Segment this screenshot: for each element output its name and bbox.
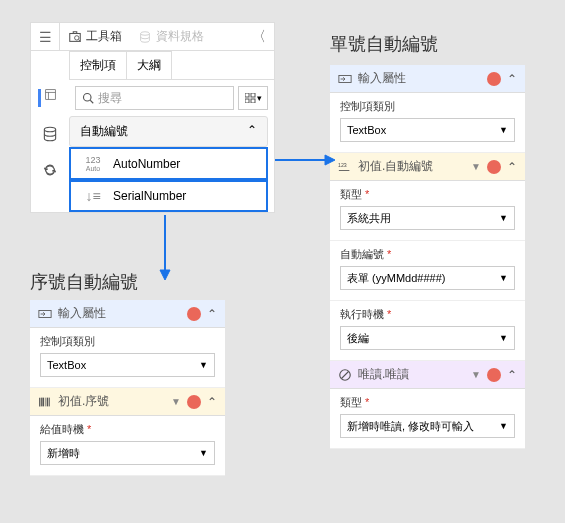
chevron-down-icon: ▾ <box>257 93 262 103</box>
arrow-to-serial <box>155 215 175 280</box>
refresh-icon[interactable] <box>41 161 59 179</box>
data-spec-tab[interactable]: 資料規格 <box>130 23 212 50</box>
section-input-serial[interactable]: 輸入屬性 ⌃ <box>30 300 225 328</box>
group-label: 自動編號 <box>80 123 128 140</box>
chevron-down-icon[interactable]: ▼ <box>471 161 481 172</box>
remove-icon[interactable] <box>487 160 501 174</box>
heading-auto: 單號自動編號 <box>330 32 438 56</box>
input-icon <box>338 72 352 86</box>
tab-control[interactable]: 控制項 <box>69 51 127 79</box>
toolbox-header: ☰ 工具箱 資料規格 〈 <box>31 23 274 51</box>
layout-icon[interactable] <box>38 89 56 107</box>
item-autonumber-label: AutoNumber <box>113 157 180 171</box>
toolbox-panel: ☰ 工具箱 資料規格 〈 控制項 大綱 搜尋 ▾ 自動編號 ⌃ <box>30 22 275 213</box>
chevron-down-icon[interactable]: ▼ <box>171 396 181 407</box>
section-init-label: 初值.序號 <box>58 393 165 410</box>
svg-rect-10 <box>245 93 249 97</box>
select-exec[interactable]: 後編▼ <box>340 326 515 350</box>
tabs: 控制項 大綱 <box>69 51 274 80</box>
autonum-init-icon: 123 <box>338 160 352 174</box>
section-readonly-label: 唯讀.唯讀 <box>358 366 465 383</box>
section-input-auto[interactable]: 輸入屬性 ⌃ <box>330 65 525 93</box>
heading-serial: 序號自動編號 <box>30 270 138 294</box>
serialnumber-icon: ↓≡ <box>79 188 107 204</box>
svg-point-3 <box>141 31 150 35</box>
label-autonum: 自動編號 * <box>340 247 515 262</box>
chevron-down-icon[interactable]: ▼ <box>471 369 481 380</box>
section-init-auto[interactable]: 123 初值.自動編號 ▼ ⌃ <box>330 153 525 181</box>
remove-icon[interactable] <box>487 368 501 382</box>
search-row: 搜尋 ▾ <box>69 80 274 116</box>
label-control-type: 控制項類別 <box>340 99 515 114</box>
chevron-up-icon[interactable]: ⌃ <box>507 160 517 174</box>
field-control-type: 控制項類別 TextBox▼ <box>30 328 225 388</box>
section-init-label: 初值.自動編號 <box>358 158 465 175</box>
search-icon <box>82 92 94 104</box>
section-readonly[interactable]: 唯讀.唯讀 ▼ ⌃ <box>330 361 525 389</box>
field-ro-type: 類型 * 新增時唯讀, 修改時可輸入▼ <box>330 389 525 449</box>
svg-rect-13 <box>251 99 255 103</box>
chevron-up-icon[interactable]: ⌃ <box>507 368 517 382</box>
select-timing[interactable]: 新增時▼ <box>40 441 215 465</box>
search-input[interactable]: 搜尋 <box>75 86 234 110</box>
autonumber-icon: 123 Auto <box>79 155 107 172</box>
field-timing: 給值時機 * 新增時▼ <box>30 416 225 476</box>
chevron-up-icon[interactable]: ⌃ <box>207 395 217 409</box>
field-autonum: 自動編號 * 表單 (yyMMdd####)▼ <box>330 241 525 301</box>
svg-text:123: 123 <box>338 162 347 168</box>
input-icon <box>38 307 52 321</box>
item-autonumber[interactable]: 123 Auto AutoNumber <box>69 147 268 180</box>
item-serialnumber-label: SerialNumber <box>113 189 186 203</box>
section-init-serial[interactable]: 初值.序號 ▼ ⌃ <box>30 388 225 416</box>
svg-line-25 <box>342 371 349 378</box>
remove-icon[interactable] <box>187 395 201 409</box>
svg-line-9 <box>90 100 93 103</box>
svg-point-7 <box>44 127 55 132</box>
menu-icon[interactable]: ☰ <box>31 29 59 45</box>
select-ro-type[interactable]: 新增時唯讀, 修改時可輸入▼ <box>340 414 515 438</box>
select-autonum[interactable]: 表單 (yyMMdd####)▼ <box>340 266 515 290</box>
data-spec-label: 資料規格 <box>156 28 204 45</box>
toolbox-icon <box>68 30 82 44</box>
readonly-icon <box>338 368 352 382</box>
database-side-icon[interactable] <box>41 125 59 143</box>
section-input-label: 輸入屬性 <box>58 305 181 322</box>
svg-rect-12 <box>245 99 249 103</box>
remove-icon[interactable] <box>187 307 201 321</box>
svg-rect-11 <box>251 93 255 97</box>
section-input-label: 輸入屬性 <box>358 70 481 87</box>
label-timing: 給值時機 * <box>40 422 215 437</box>
svg-marker-27 <box>325 155 335 165</box>
chevron-up-icon[interactable]: ⌃ <box>507 72 517 86</box>
field-type: 類型 * 系統共用▼ <box>330 181 525 241</box>
panel-serial: 輸入屬性 ⌃ 控制項類別 TextBox▼ 初值.序號 ▼ ⌃ 給值時機 * 新… <box>30 300 225 476</box>
chevron-up-icon: ⌃ <box>247 123 257 140</box>
label-ro-type: 類型 * <box>340 395 515 410</box>
svg-rect-4 <box>45 90 55 100</box>
search-placeholder: 搜尋 <box>98 90 122 107</box>
panel-auto: 輸入屬性 ⌃ 控制項類別 TextBox▼ 123 初值.自動編號 ▼ ⌃ 類型… <box>330 65 525 449</box>
label-exec: 執行時機 * <box>340 307 515 322</box>
view-options-button[interactable]: ▾ <box>238 86 268 110</box>
svg-point-8 <box>84 94 92 102</box>
toolbox-title-text: 工具箱 <box>86 28 122 45</box>
select-control-type[interactable]: TextBox▼ <box>40 353 215 377</box>
svg-point-1 <box>75 35 79 39</box>
field-exec: 執行時機 * 後編▼ <box>330 301 525 361</box>
barcode-icon <box>38 395 52 409</box>
select-type[interactable]: 系統共用▼ <box>340 206 515 230</box>
svg-marker-29 <box>160 270 170 280</box>
tab-outline[interactable]: 大綱 <box>126 51 172 79</box>
chevron-up-icon[interactable]: ⌃ <box>207 307 217 321</box>
collapse-icon[interactable]: 〈 <box>244 28 274 46</box>
label-type: 類型 * <box>340 187 515 202</box>
field-control-type: 控制項類別 TextBox▼ <box>330 93 525 153</box>
remove-icon[interactable] <box>487 72 501 86</box>
group-header-autonumber[interactable]: 自動編號 ⌃ <box>69 116 268 147</box>
toolbox-title[interactable]: 工具箱 <box>59 23 130 50</box>
select-control-type[interactable]: TextBox▼ <box>340 118 515 142</box>
arrow-to-auto <box>275 150 335 170</box>
label-control-type: 控制項類別 <box>40 334 215 349</box>
item-serialnumber[interactable]: ↓≡ SerialNumber <box>69 180 268 212</box>
database-icon <box>138 30 152 44</box>
